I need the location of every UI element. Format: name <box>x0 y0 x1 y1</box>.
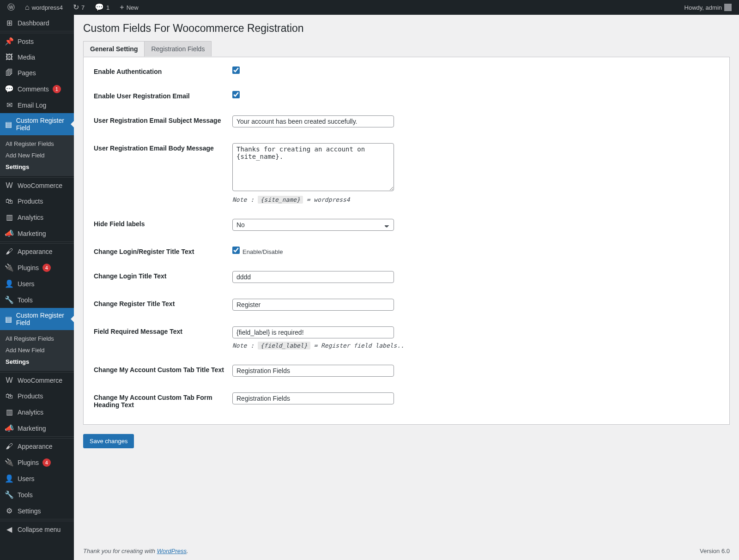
sidebar-item-label: Plugins <box>18 264 39 271</box>
chart-icon: ▥ <box>5 213 14 222</box>
checkbox-enable-email[interactable] <box>232 91 240 98</box>
sidebar-item-label: Settings <box>18 507 41 515</box>
user-icon: 👤 <box>5 474 14 483</box>
product-icon: 🛍 <box>5 197 14 205</box>
home-icon: ⌂ <box>25 4 30 11</box>
sidebar-item-products[interactable]: 🛍Products <box>0 193 74 209</box>
sidebar-item-plugins[interactable]: 🔌Plugins4 <box>0 259 74 276</box>
comments-count: 1 <box>106 4 109 11</box>
sidebar-item-label: Email Log <box>18 102 46 109</box>
sidebar-item-custom-register-field-dup[interactable]: ▤Custom Register Field <box>0 308 74 330</box>
submenu-all-fields-dup[interactable]: All Register Fields <box>0 333 74 344</box>
tab-registration-fields[interactable]: Registration Fields <box>144 41 212 56</box>
input-subject[interactable] <box>232 115 394 127</box>
chart-icon: ▥ <box>5 408 14 416</box>
sidebar-item-appearance-dup[interactable]: 🖌Appearance <box>0 439 74 454</box>
submenu-crf: All Register Fields Add New Field Settin… <box>0 135 74 175</box>
submenu-settings-dup[interactable]: Settings <box>0 356 74 367</box>
new-content[interactable]: +New <box>116 0 142 15</box>
input-tab-title[interactable] <box>232 365 394 377</box>
sidebar-item-label: Users <box>18 280 35 288</box>
updates[interactable]: ↻7 <box>69 0 88 15</box>
label-enable-auth: Enable Authentication <box>94 66 232 75</box>
submenu-crf-dup: All Register Fields Add New Field Settin… <box>0 330 74 370</box>
label-required-msg: Field Required Message Text <box>94 326 232 335</box>
label-register-title: Change Register Title Text <box>94 299 232 307</box>
checkbox-change-title[interactable] <box>232 247 240 254</box>
site-home[interactable]: ⌂wordpress4 <box>21 0 67 15</box>
sidebar-item-analytics[interactable]: ▥Analytics <box>0 209 74 225</box>
input-required-msg[interactable] <box>232 326 394 338</box>
sidebar-item-pages[interactable]: 🗐Pages <box>0 65 74 81</box>
textarea-body[interactable]: Thanks for creating an account on {site_… <box>232 143 394 191</box>
label-tab-heading: Change My Account Custom Tab Form Headin… <box>94 392 232 409</box>
sidebar-item-tools-dup[interactable]: 🔧Tools <box>0 487 74 503</box>
comments-bar[interactable]: 💬1 <box>91 0 113 15</box>
sidebar-item-users-dup[interactable]: 👤Users <box>0 470 74 487</box>
sidebar-item-marketing[interactable]: 📣Marketing <box>0 225 74 241</box>
plus-icon: + <box>120 4 124 11</box>
dashboard-icon: ⊞ <box>5 18 14 27</box>
sidebar-item-tools[interactable]: 🔧Tools <box>0 292 74 308</box>
sidebar-item-users[interactable]: 👤Users <box>0 276 74 292</box>
note-code: {site_name} <box>258 196 303 204</box>
settings-panel: Enable Authentication Enable User Regist… <box>83 57 730 425</box>
sidebar-item-label: Posts <box>18 38 34 45</box>
note-body: Note : {site_name} = wordpress4 <box>232 196 719 203</box>
sidebar-item-woocommerce[interactable]: WWooCommerce <box>0 178 74 193</box>
wp-logo[interactable]: ⓦ <box>4 0 18 15</box>
sidebar-item-label: WooCommerce <box>18 377 62 384</box>
sidebar-item-label: Users <box>18 475 35 482</box>
tab-general[interactable]: General Setting <box>83 41 145 57</box>
sidebar-item-comments[interactable]: 💬Comments1 <box>0 81 74 97</box>
sidebar-item-label: Dashboard <box>18 19 49 27</box>
wordpress-link[interactable]: WordPress <box>157 548 187 554</box>
avatar-icon <box>724 4 732 11</box>
comment-icon: 💬 <box>95 4 104 11</box>
sidebar-item-dashboard[interactable]: ⊞Dashboard <box>0 15 74 31</box>
sidebar-item-analytics-dup[interactable]: ▥Analytics <box>0 404 74 420</box>
submenu-settings[interactable]: Settings <box>0 161 74 173</box>
sidebar-item-label: Appearance <box>18 443 53 450</box>
sidebar-item-marketing-dup[interactable]: 📣Marketing <box>0 420 74 436</box>
sidebar-item-products-dup[interactable]: 🛍Products <box>0 388 74 404</box>
sidebar-item-woocommerce-dup[interactable]: WWooCommerce <box>0 373 74 388</box>
woo-icon: W <box>5 181 14 190</box>
sidebar-item-label: Plugins <box>18 459 39 466</box>
updates-icon: ↻ <box>73 4 79 11</box>
sidebar-item-label: Analytics <box>18 214 43 221</box>
sidebar-item-label: Products <box>18 198 43 205</box>
input-register-title[interactable] <box>232 299 394 311</box>
page-icon: 🗐 <box>5 69 14 77</box>
sidebar-item-settings[interactable]: ⚙Settings <box>0 503 74 519</box>
select-hide-labels[interactable]: No <box>232 219 394 231</box>
main-content: Custom Fields For Woocommerce Registrati… <box>74 15 739 560</box>
sidebar-item-plugins-dup[interactable]: 🔌Plugins4 <box>0 454 74 470</box>
sidebar-item-label: Marketing <box>18 425 46 432</box>
admin-bar: ⓦ ⌂wordpress4 ↻7 💬1 +New Howdy, admin <box>0 0 739 15</box>
sidebar-item-posts[interactable]: 📌Posts <box>0 33 74 49</box>
updates-count: 7 <box>81 4 85 11</box>
howdy[interactable]: Howdy, admin <box>681 0 735 15</box>
input-login-title[interactable] <box>232 271 394 283</box>
plugin-icon: 🔌 <box>5 263 14 272</box>
submenu-add-field[interactable]: Add New Field <box>0 150 74 161</box>
sidebar-item-email-log[interactable]: ✉Email Log <box>0 97 74 113</box>
submenu-add-field-dup[interactable]: Add New Field <box>0 344 74 356</box>
pin-icon: 📌 <box>5 37 14 46</box>
sidebar-item-label: Appearance <box>18 248 53 255</box>
sidebar-item-label: Collapse menu <box>18 526 61 533</box>
checkbox-enable-auth[interactable] <box>232 66 240 74</box>
save-button[interactable]: Save changes <box>83 434 134 448</box>
sidebar-collapse[interactable]: ◀Collapse menu <box>0 521 74 537</box>
submenu-all-fields[interactable]: All Register Fields <box>0 138 74 150</box>
input-tab-heading[interactable] <box>232 392 394 404</box>
sidebar-item-media[interactable]: 🖾Media <box>0 49 74 65</box>
sidebar-item-label: Analytics <box>18 409 43 416</box>
comment-icon: 💬 <box>5 84 14 93</box>
label-change-title: Change Login/Register Title Text <box>94 247 232 255</box>
plugins-badge-dup: 4 <box>42 458 51 467</box>
sidebar-item-label: Custom Register Field <box>16 117 69 132</box>
sidebar-item-custom-register-field[interactable]: ▤Custom Register Field <box>0 113 74 135</box>
sidebar-item-appearance[interactable]: 🖌Appearance <box>0 244 74 259</box>
